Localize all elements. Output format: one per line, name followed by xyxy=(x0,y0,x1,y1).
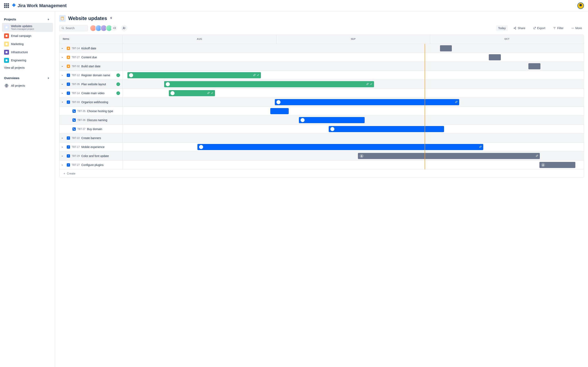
gantt-bar[interactable] xyxy=(127,72,261,78)
brand-name: Jira Work Management xyxy=(17,3,67,8)
gantt-bar[interactable] xyxy=(489,54,501,60)
gantt-bar[interactable] xyxy=(539,162,575,168)
issue-title[interactable]: Plan website layout xyxy=(81,83,106,86)
gantt-bar[interactable] xyxy=(329,126,444,132)
timeline-row: ▸TBT-27Configure plugins xyxy=(60,160,584,169)
create-issue-button[interactable]: + Create xyxy=(60,169,584,178)
chevron-right-icon[interactable]: ▸ xyxy=(62,47,65,49)
issue-title[interactable]: Create main video xyxy=(81,92,104,95)
unassigned-avatar xyxy=(541,163,545,167)
filter-button[interactable]: Filter xyxy=(551,25,566,31)
svg-rect-20 xyxy=(74,129,75,130)
chevron-right-icon[interactable]: ▸ xyxy=(62,164,65,166)
gantt-bar[interactable] xyxy=(440,45,452,51)
gantt-bar[interactable] xyxy=(198,144,483,150)
done-status-icon xyxy=(116,73,120,77)
issue-title[interactable]: Choose hosting type xyxy=(87,109,113,113)
chevron-right-icon[interactable]: ▸ xyxy=(62,155,65,157)
assignee-avatar xyxy=(330,127,334,131)
gantt-bar[interactable] xyxy=(169,90,215,96)
sidebar-item-project[interactable]: Infrastructure xyxy=(2,48,53,56)
more-button[interactable]: More xyxy=(569,25,584,31)
share-button[interactable]: Share xyxy=(511,25,527,31)
gantt-bar[interactable] xyxy=(358,153,540,159)
view-all-projects-link[interactable]: View all projects xyxy=(2,64,53,71)
app-switcher-icon[interactable] xyxy=(4,3,9,8)
svg-rect-18 xyxy=(74,120,75,121)
chevron-right-icon[interactable]: ▸ xyxy=(62,65,65,67)
sidebar-item-project[interactable]: Website updates Team-managed project xyxy=(2,23,53,32)
assignee-avatar xyxy=(301,118,305,122)
assignee-avatar-stack[interactable]: +3 xyxy=(90,25,118,31)
chevron-right-icon[interactable]: ▸ xyxy=(62,56,65,58)
link-icon xyxy=(207,91,210,95)
issue-key[interactable]: TBT-36 xyxy=(77,119,85,122)
issue-title[interactable]: Color and font update xyxy=(81,154,109,158)
issue-key[interactable]: TBT-14 xyxy=(72,92,80,95)
assignee-avatar xyxy=(277,100,281,104)
issue-title[interactable]: Kickoff date xyxy=(81,47,96,50)
svg-rect-3 xyxy=(6,51,7,53)
user-avatar[interactable] xyxy=(577,2,584,9)
assignee-avatar xyxy=(199,145,203,149)
chevron-right-icon[interactable]: ▸ xyxy=(62,137,65,139)
sidebar-item-label: Website updates xyxy=(11,25,34,28)
issue-key[interactable]: TBT-29 xyxy=(72,155,80,157)
link-icon xyxy=(253,73,256,77)
issue-key[interactable]: TBT-35 xyxy=(77,110,85,113)
issue-key[interactable]: TBT-37 xyxy=(77,128,85,131)
issue-key[interactable]: TBT-35 xyxy=(72,83,80,86)
plus-icon: + xyxy=(63,172,65,175)
issue-key[interactable]: TBT-12 xyxy=(72,74,80,77)
add-overview-button[interactable]: + xyxy=(46,75,51,80)
chevron-right-icon[interactable]: ▸ xyxy=(62,146,65,148)
issue-key[interactable]: TBT-27 xyxy=(72,56,80,59)
chevron-down-icon[interactable]: ▾ xyxy=(62,101,65,103)
svg-rect-0 xyxy=(6,26,7,28)
issue-key[interactable]: TBT-17 xyxy=(72,146,80,149)
sidebar-item-project[interactable]: Email campaign xyxy=(2,32,53,40)
gantt-bar[interactable] xyxy=(164,81,374,87)
chevron-right-icon[interactable]: ▸ xyxy=(62,92,65,94)
export-button[interactable]: Export xyxy=(531,25,547,31)
svg-point-21 xyxy=(361,155,362,156)
sidebar-item-project[interactable]: Engineering xyxy=(2,56,53,64)
subtask-icon xyxy=(72,109,76,113)
issue-key[interactable]: TBT-32 xyxy=(72,65,80,68)
search-input[interactable]: Search xyxy=(59,25,88,31)
sidebar-item-all-projects[interactable]: All projects xyxy=(2,82,53,90)
avatar-more[interactable]: +3 xyxy=(111,25,118,31)
issue-title[interactable]: Organize webhosting xyxy=(81,100,108,104)
issue-title[interactable]: Mobile experience xyxy=(81,145,104,149)
issue-title[interactable]: Register domain name xyxy=(81,74,110,77)
sidebar-item-project[interactable]: Marketing xyxy=(2,40,53,48)
issue-title[interactable]: Create banners xyxy=(81,136,101,140)
gantt-bar[interactable] xyxy=(299,117,365,123)
sidebar-projects-heading: Projects xyxy=(4,17,16,21)
svg-point-10 xyxy=(514,28,515,29)
today-button[interactable]: Today xyxy=(496,25,508,31)
check-icon xyxy=(257,73,259,77)
issue-key[interactable]: TBT-22 xyxy=(72,137,80,140)
sidebar-item-label: All projects xyxy=(11,84,25,87)
add-person-button[interactable] xyxy=(121,25,127,31)
automation-icon[interactable] xyxy=(109,16,113,21)
issue-title[interactable]: Configure plugins xyxy=(81,163,104,167)
brand-logo[interactable]: Jira Work Management xyxy=(11,3,67,8)
gantt-bar[interactable] xyxy=(275,99,459,105)
done-status-icon xyxy=(116,91,120,95)
issue-title[interactable]: Build start date xyxy=(81,65,100,68)
gantt-bar[interactable] xyxy=(270,108,289,114)
add-project-button[interactable]: + xyxy=(46,17,51,22)
issue-key[interactable]: TBT-33 xyxy=(72,101,80,104)
issue-key[interactable]: TBT-27 xyxy=(72,164,80,166)
issue-title[interactable]: Buy domain xyxy=(87,127,102,131)
issue-key[interactable]: TBT-14 xyxy=(72,47,80,50)
project-icon xyxy=(4,42,9,47)
issue-title[interactable]: Content due xyxy=(81,56,97,59)
issue-title[interactable]: Discuss naming xyxy=(87,118,107,122)
link-icon xyxy=(536,154,538,158)
chevron-right-icon[interactable]: ▸ xyxy=(62,83,65,85)
gantt-bar[interactable] xyxy=(528,63,540,69)
chevron-right-icon[interactable]: ▸ xyxy=(62,74,65,76)
